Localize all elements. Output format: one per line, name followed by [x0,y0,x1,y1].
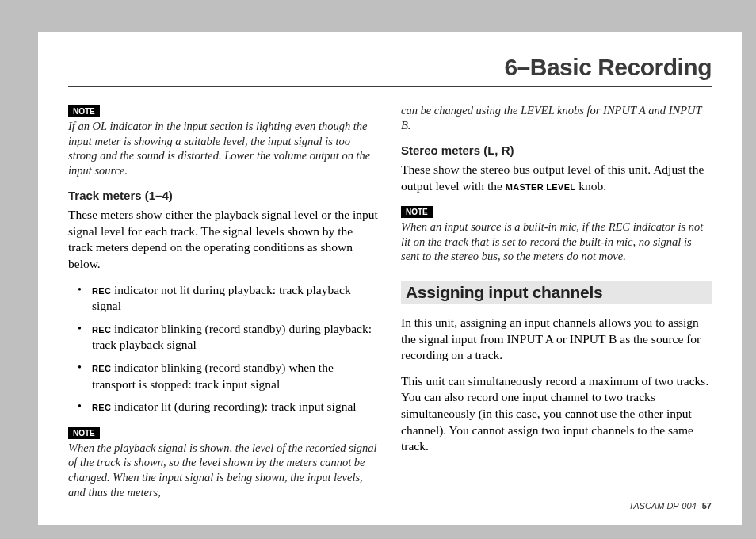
bullet-text: indicator blinking (record standby) when… [92,361,334,391]
note-badge: NOTE [401,206,433,218]
subhead-stereo-meters: Stereo meters (L, R) [401,143,712,157]
chapter-title: 6–Basic Recording [68,54,712,87]
note-text: When the playback signal is shown, the l… [68,441,379,499]
bullet-text: indicator not lit during playback: track… [92,283,351,313]
body-text: These meters show either the playback si… [68,207,379,272]
content-columns: NOTE If an OL indicator in the input sec… [68,103,712,499]
footer-brand: TASCAM DP-004 [628,501,696,510]
note-continuation: can be changed using the LEVEL knobs for… [401,103,712,132]
list-item: REC indicator not lit during playback: t… [82,282,379,315]
master-level-label: MASTER LEVEL [506,182,576,192]
subhead-track-meters: Track meters (1–4) [68,189,379,202]
body-text: This unit can simultaneously record a ma… [401,373,712,455]
rec-label: REC [92,403,111,412]
body-text: In this unit, assigning an input channel… [401,315,712,364]
note-text: When an input source is a built-in mic, … [401,220,712,264]
page-footer: TASCAM DP-004 57 [628,501,712,510]
list-item: REC indicator blinking (record standby) … [82,360,379,392]
rec-label: REC [92,286,111,296]
bullet-text: indicator lit (during recording): track … [111,399,357,413]
note-badge: NOTE [68,105,100,117]
body-text: These show the stereo bus output level o… [401,162,712,194]
list-item: REC indicator blinking (record standby) … [82,321,379,354]
bullet-text: indicator blinking (record standby) duri… [92,322,372,352]
rec-label: REC [92,364,111,373]
note-badge: NOTE [68,427,100,439]
text-span: knob. [575,179,606,193]
bullet-list: REC indicator not lit during playback: t… [68,282,379,415]
left-column: NOTE If an OL indicator in the input sec… [68,103,379,499]
section-heading: Assigning input channels [401,281,712,304]
page: 6–Basic Recording NOTE If an OL indicato… [38,32,742,525]
page-number: 57 [702,501,712,510]
rec-label: REC [92,325,111,334]
list-item: REC indicator lit (during recording): tr… [82,399,379,415]
right-column: can be changed using the LEVEL knobs for… [401,103,712,499]
note-text: If an OL indicator in the input section … [68,119,379,178]
